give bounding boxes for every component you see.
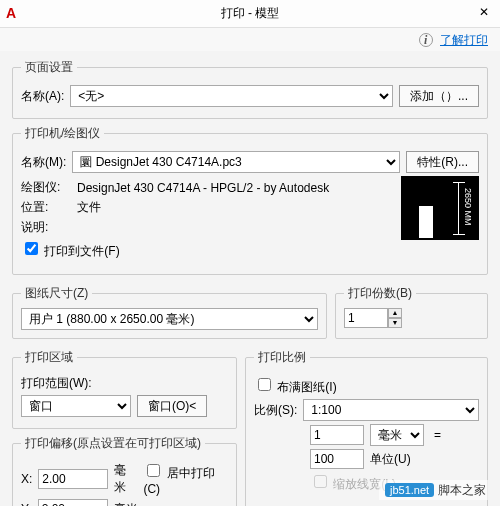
- offset-x-input[interactable]: [38, 469, 108, 489]
- equals-sign: =: [430, 428, 445, 442]
- where-label: 位置:: [21, 199, 71, 216]
- printer-legend: 打印机/绘图仪: [21, 125, 104, 142]
- printer-group: 打印机/绘图仪 名称(M): 圜 DesignJet 430 C4714A.pc…: [12, 125, 488, 275]
- close-icon[interactable]: ✕: [472, 2, 496, 22]
- desc-label: 说明:: [21, 219, 71, 236]
- where-value: 文件: [77, 199, 101, 216]
- offset-y-input[interactable]: [38, 499, 108, 506]
- fit-to-paper-input[interactable]: [258, 378, 271, 391]
- add-page-setup-button[interactable]: 添加（）...: [399, 85, 479, 107]
- copies-input[interactable]: [344, 308, 388, 328]
- print-to-file-checkbox[interactable]: 打印到文件(F): [21, 239, 120, 260]
- page-setup-name-select[interactable]: <无>: [70, 85, 393, 107]
- paper-preview: 2650 MM: [401, 176, 479, 240]
- fit-to-paper-checkbox[interactable]: 布满图纸(I): [254, 375, 337, 396]
- scale-select[interactable]: 1:100: [303, 399, 479, 421]
- plot-area-legend: 打印区域: [21, 349, 77, 366]
- paper-size-group: 图纸尺寸(Z) 用户 1 (880.00 x 2650.00 毫米): [12, 285, 327, 339]
- plotter-label: 绘图仪:: [21, 179, 71, 196]
- title-bar: A 打印 - 模型 ✕: [0, 0, 500, 28]
- scale-label: 比例(S):: [254, 402, 297, 419]
- offset-x-label: X:: [21, 472, 32, 486]
- dialog-title: 打印 - 模型: [221, 5, 280, 22]
- info-icon[interactable]: i: [419, 33, 433, 47]
- plot-what-label: 打印范围(W):: [21, 375, 92, 392]
- paper-size-legend: 图纸尺寸(Z): [21, 285, 92, 302]
- plot-offset-group: 打印偏移(原点设置在可打印区域) X: 毫米 居中打印(C) Y: 毫米: [12, 435, 237, 506]
- window-pick-button[interactable]: 窗口(O)<: [137, 395, 207, 417]
- printer-name-label: 名称(M):: [21, 154, 66, 171]
- plotter-value: DesignJet 430 C4714A - HPGL/2 - by Autod…: [77, 181, 329, 195]
- printer-name-select[interactable]: 圜 DesignJet 430 C4714A.pc3: [72, 151, 400, 173]
- preview-dimension: 2650 MM: [463, 188, 473, 226]
- scale-lineweights-input: [314, 475, 327, 488]
- scale-bottom-input[interactable]: [310, 449, 364, 469]
- watermark: jb51.net 脚本之家: [379, 480, 488, 500]
- paper-size-select[interactable]: 用户 1 (880.00 x 2650.00 毫米): [21, 308, 318, 330]
- copies-spinner[interactable]: ▲▼: [344, 308, 479, 328]
- plot-what-select[interactable]: 窗口: [21, 395, 131, 417]
- info-bar: i 了解打印: [0, 28, 500, 51]
- spin-up-icon[interactable]: ▲: [388, 308, 402, 318]
- offset-x-unit: 毫米: [114, 462, 137, 496]
- print-to-file-input[interactable]: [25, 242, 38, 255]
- center-plot-checkbox[interactable]: 居中打印(C): [143, 461, 228, 496]
- learn-print-link[interactable]: 了解打印: [440, 33, 488, 47]
- spin-down-icon[interactable]: ▼: [388, 318, 402, 328]
- scale-unit-select[interactable]: 毫米: [370, 424, 424, 446]
- plot-scale-legend: 打印比例: [254, 349, 310, 366]
- app-logo-icon: A: [6, 5, 16, 21]
- watermark-badge: jb51.net: [385, 483, 434, 497]
- printer-properties-button[interactable]: 特性(R)...: [406, 151, 479, 173]
- copies-group: 打印份数(B) ▲▼: [335, 285, 488, 339]
- page-setup-name-label: 名称(A):: [21, 88, 64, 105]
- page-setup-group: 页面设置 名称(A): <无> 添加（）...: [12, 59, 488, 119]
- scale-bottom-unit-label: 单位(U): [370, 451, 411, 468]
- copies-legend: 打印份数(B): [344, 285, 416, 302]
- offset-y-unit: 毫米: [114, 501, 138, 507]
- scale-top-input[interactable]: [310, 425, 364, 445]
- offset-y-label: Y:: [21, 502, 32, 506]
- watermark-text: 脚本之家: [438, 483, 486, 497]
- page-setup-legend: 页面设置: [21, 59, 77, 76]
- plot-offset-legend: 打印偏移(原点设置在可打印区域): [21, 435, 205, 452]
- plot-area-group: 打印区域 打印范围(W): 窗口 窗口(O)<: [12, 349, 237, 429]
- center-plot-input[interactable]: [147, 464, 160, 477]
